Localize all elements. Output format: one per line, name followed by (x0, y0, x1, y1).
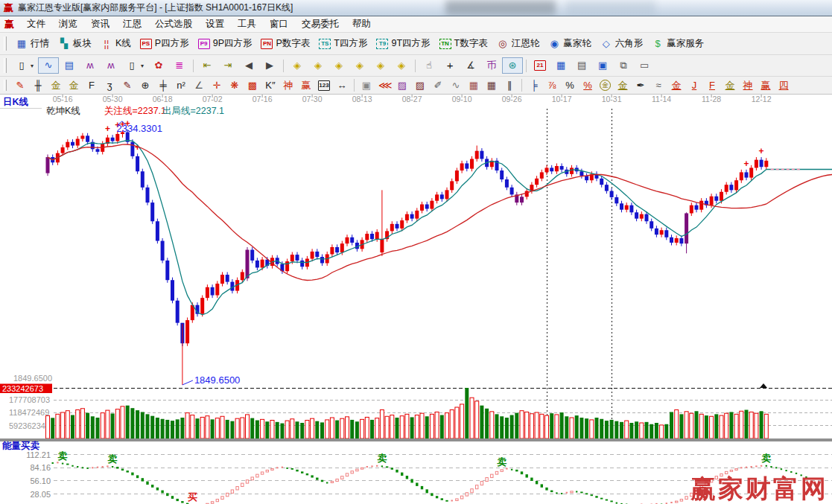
crosshair-tool-button[interactable]: + (439, 57, 460, 74)
ying-grid-button[interactable]: 赢 (297, 78, 315, 93)
candle-style-button[interactable]: ▯▾ (121, 57, 148, 74)
menu-item-tools[interactable]: 工具 (231, 16, 263, 32)
corner-rays-button[interactable]: ⋘ (375, 78, 393, 93)
menu-item-gann[interactable]: 江恩 (116, 16, 148, 32)
title-bar[interactable]: 赢 赢家江恩专业版[赢家内部服务平台] - [上证指数 SH1A0001-167… (0, 0, 832, 16)
box-rays-red-button[interactable]: ▨ (411, 78, 429, 93)
winner-service-button[interactable]: $赢家服务 (647, 35, 708, 52)
menu-item-trade-order[interactable]: 交易委托 (295, 16, 346, 32)
f-angle-button[interactable]: F (703, 78, 721, 93)
ruler-123-button[interactable]: 123 (315, 79, 333, 92)
diamond-cross-button[interactable]: ◈ (349, 57, 370, 74)
cycle-circle-button[interactable]: ⊕ (136, 78, 154, 93)
toolbar-grip[interactable] (4, 80, 7, 92)
diamond-horizontal-button[interactable]: ◈ (328, 57, 349, 74)
coin-tool-button[interactable]: 币 (481, 57, 502, 74)
sectors-button[interactable]: ▚板块 (54, 35, 96, 52)
menu-item-help[interactable]: 帮助 (346, 16, 378, 32)
t-square-button[interactable]: TST四方形 (314, 35, 372, 52)
gold-circle-button[interactable]: 金 (597, 78, 614, 92)
quotes-button[interactable]: ▦行情 (11, 35, 54, 52)
gold-comb-a-button[interactable]: 金 (47, 78, 65, 93)
k-quote-marks-button[interactable]: K″ (261, 78, 279, 93)
grid-fine-button[interactable]: ▦ (465, 78, 483, 93)
gann-crosshair-button[interactable]: ✛ (208, 78, 226, 93)
save-button[interactable]: ▣ (592, 57, 613, 74)
print-button[interactable]: ▭ (634, 57, 655, 74)
jump-first-button[interactable]: ⇤ (197, 57, 217, 74)
gold-comb-b-button[interactable]: 金 (65, 78, 83, 93)
box-rays-purple-button[interactable]: ▨ (393, 78, 411, 93)
menu-item-news[interactable]: 资讯 (84, 16, 116, 32)
ink-pen-button[interactable]: ✒ (632, 78, 650, 93)
marker-pen-button[interactable]: ✎ (118, 78, 136, 93)
hexagon-button[interactable]: ◇六角形 (596, 35, 648, 52)
gann-pen-button[interactable]: ✎ (11, 78, 29, 93)
grid-coarse-button[interactable]: ▦ (483, 78, 501, 93)
seal-pattern-button[interactable]: ✿ (148, 57, 169, 74)
menu-item-window[interactable]: 窗口 (263, 16, 295, 32)
gann-wheel-button[interactable]: ◎江恩轮 (492, 35, 544, 52)
time-comb-button[interactable]: ╪ (154, 78, 172, 93)
percent-tool-button[interactable]: % (561, 78, 579, 93)
info-panel-button[interactable]: ▤ (59, 57, 80, 74)
toolbar-grip[interactable] (4, 58, 7, 72)
dropdown-arrow-icon[interactable]: ▾ (31, 63, 34, 69)
gann-web-button[interactable]: ❋ (226, 78, 244, 93)
percent-line-button[interactable]: % (579, 78, 597, 93)
zigzag-tool-button[interactable]: ∿ (447, 78, 465, 93)
step-back-button[interactable]: ◀ (238, 57, 259, 74)
wave-3-button[interactable]: ʍ (80, 57, 101, 74)
diamond-grid-button[interactable]: ◈ (391, 57, 412, 74)
j-angle-button[interactable]: J (685, 78, 703, 93)
si-angle-button[interactable]: 四 (775, 78, 793, 93)
shen-grid-button[interactable]: 神 (279, 78, 297, 93)
kline-button[interactable]: ¦¦K线 (96, 35, 136, 52)
menu-item-formula-stock-picker[interactable]: 公式选股 (148, 16, 199, 32)
wave-9-button[interactable]: ʍ (101, 57, 121, 74)
gold-red-line-button[interactable]: 金 (667, 78, 685, 93)
sector-angle-button[interactable]: ∠ (190, 78, 208, 93)
snap-box-button[interactable]: ▣ (358, 78, 375, 93)
overlay-wave-button[interactable]: ∿ (38, 57, 59, 74)
scale-ruler-button[interactable]: ╞ (525, 78, 543, 93)
menu-item-settings[interactable]: 设置 (199, 16, 231, 32)
wave-channel-button[interactable]: ≈ (650, 78, 667, 93)
mindmap-tool-button[interactable]: ⊛ (502, 57, 523, 74)
price-comb-button[interactable]: ╫ (29, 78, 47, 93)
ying-angle-button[interactable]: 赢 (757, 78, 775, 93)
f-comb-button[interactable]: F (83, 78, 101, 93)
parallel-lines-button[interactable]: ∥ (501, 78, 518, 93)
p-number-table-button[interactable]: PNP数字表 (256, 35, 314, 52)
p-square-button[interactable]: PSP四方形 (136, 35, 194, 52)
t-number-table-button[interactable]: TNT数字表 (435, 35, 492, 52)
percent-78-button[interactable]: ⅞ (543, 78, 561, 93)
angle-pen-button[interactable]: ✐ (429, 78, 447, 93)
kline-style-button[interactable]: ▯▾ (11, 57, 38, 74)
diamond-left-button[interactable]: ◈ (287, 57, 308, 74)
jump-last-button[interactable]: ⇥ (217, 57, 238, 74)
nine-t-square-button[interactable]: T99T四方形 (372, 35, 434, 52)
gold-angle-button[interactable]: 金 (721, 78, 739, 93)
volume-profile-button[interactable]: ≣ (169, 57, 190, 74)
diamond-star-button[interactable]: ◈ (370, 57, 391, 74)
square-of-nine-button[interactable]: n² (172, 78, 190, 93)
angle-tool-button[interactable]: ∡ (460, 57, 481, 74)
nine-p-square-button[interactable]: P99P四方形 (194, 35, 257, 52)
menu-item-file[interactable]: 文件 (20, 16, 52, 32)
winner-wheel-button[interactable]: ◉赢家轮 (544, 35, 596, 52)
calendar-21-button[interactable]: 21 (530, 58, 550, 73)
step-forward-button[interactable]: ▶ (259, 57, 280, 74)
dropdown-arrow-icon[interactable]: ▾ (141, 63, 144, 69)
shen-angle-button[interactable]: 神 (739, 78, 757, 93)
main-chart[interactable]: 05-1605-3006-1807-0207-1607-3008-1308-27… (0, 95, 832, 504)
diamond-right-button[interactable]: ◈ (308, 57, 328, 74)
notepad-button[interactable]: ▤ (571, 57, 592, 74)
spiral-comb-button[interactable]: ʒ (101, 78, 118, 93)
span-arrows-button[interactable]: ↔ (333, 78, 351, 93)
menu-item-browse[interactable]: 浏览 (52, 16, 84, 32)
pane-separator[interactable] (0, 438, 832, 441)
gold-line-button[interactable]: 金 (614, 78, 632, 93)
export-button[interactable]: ⧉ (613, 57, 634, 74)
toolbar-grip[interactable] (4, 36, 7, 51)
